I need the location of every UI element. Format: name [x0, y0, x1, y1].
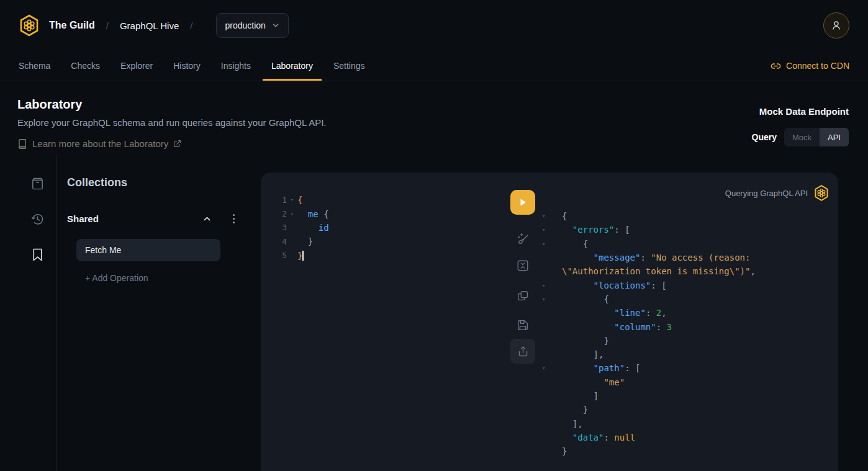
- chevron-up-icon[interactable]: [202, 214, 212, 223]
- history-rail-button[interactable]: [29, 211, 46, 227]
- fold-arrow-icon[interactable]: ▾: [541, 241, 562, 247]
- tab-explorer[interactable]: Explorer: [120, 51, 153, 81]
- code-line-text: "data": null: [562, 433, 635, 442]
- user-avatar[interactable]: [823, 12, 849, 38]
- collection-group-name: Shared: [67, 213, 99, 224]
- merge-fragments-button[interactable]: [510, 253, 535, 278]
- mock-endpoint-heading: Mock Data Endpoint: [752, 106, 849, 117]
- fold-arrow-icon[interactable]: ▾: [541, 296, 562, 302]
- line-number: 5: [261, 251, 287, 260]
- tab-checks[interactable]: Checks: [71, 51, 100, 81]
- collection-group-row[interactable]: Shared: [67, 212, 235, 226]
- code-line-text: "column": 3: [562, 322, 672, 332]
- link-icon: [771, 61, 781, 71]
- tool-rail: [29, 176, 46, 262]
- book-icon: [17, 138, 27, 149]
- operation-item[interactable]: Fetch Me: [76, 239, 220, 261]
- history-icon: [30, 212, 45, 227]
- add-operation-button[interactable]: + Add Operation: [67, 273, 235, 283]
- editor-line[interactable]: 5}: [261, 249, 503, 262]
- result-line: "message": "No access (reason:: [541, 251, 832, 264]
- line-number: 3: [261, 223, 287, 232]
- code-line-text: {: [562, 211, 567, 221]
- merge-icon: [516, 259, 530, 272]
- code-line-text: }: [562, 446, 567, 456]
- query-editor[interactable]: 1▾{2▾ me {3 id4 }5}: [261, 193, 503, 262]
- learn-more-link[interactable]: Learn more about the Laboratory: [17, 138, 327, 149]
- toggle-option-api[interactable]: API: [820, 128, 849, 146]
- external-link-icon: [173, 140, 181, 148]
- header-nav-row: SchemaChecksExplorerHistoryInsightsLabor…: [0, 51, 868, 81]
- fold-arrow-icon[interactable]: ▾: [541, 227, 562, 233]
- tab-settings[interactable]: Settings: [333, 51, 365, 81]
- line-number: 4: [261, 237, 287, 246]
- target-selector-value: production: [225, 20, 265, 30]
- code-line-text: ],: [562, 349, 604, 359]
- prettify-button[interactable]: [510, 225, 535, 250]
- app-header: The Guild / GraphQL Hive / production Sc…: [0, 0, 868, 81]
- code-line-text: "line": 2,: [562, 308, 667, 318]
- result-line: ▾ "path": [: [541, 361, 832, 375]
- person-icon: [831, 20, 842, 31]
- connect-to-cdn-label: Connect to CDN: [786, 61, 849, 71]
- response-viewer[interactable]: ▾{▾ "errors": [▾ { "message": "No access…: [541, 209, 832, 458]
- fold-arrow-icon[interactable]: ▾: [541, 213, 562, 219]
- endpoint-toggle-row: Query MockAPI: [752, 128, 849, 146]
- toggle-option-mock[interactable]: Mock: [784, 128, 820, 146]
- code-line-text: "message": "No access (reason:: [562, 253, 750, 262]
- endpoint-controls: Mock Data Endpoint Query MockAPI: [752, 97, 849, 149]
- line-number: 1: [261, 195, 287, 205]
- code-line-text: ]: [562, 391, 599, 401]
- tab-laboratory[interactable]: Laboratory: [271, 51, 313, 81]
- code-line-text: "path": [: [562, 363, 640, 373]
- connect-to-cdn-button[interactable]: Connect to CDN: [771, 61, 849, 71]
- share-icon: [517, 345, 530, 358]
- code-line-text: {: [562, 239, 588, 249]
- editor-line[interactable]: 4 }: [261, 235, 503, 248]
- org-name[interactable]: The Guild: [49, 20, 95, 31]
- tab-schema[interactable]: Schema: [19, 51, 50, 81]
- line-number: 2: [261, 209, 287, 218]
- code-line-text: }: [562, 336, 609, 346]
- code-line-text: }: [297, 236, 313, 246]
- code-line-text: \"Authorization token is missing\")",: [562, 266, 756, 276]
- result-line: }: [541, 444, 832, 458]
- result-line: "me": [541, 375, 832, 389]
- learn-more-label: Learn more about the Laboratory: [32, 138, 168, 149]
- code-line-text: {: [297, 195, 302, 205]
- share-operation-button[interactable]: [510, 339, 535, 364]
- page-head: Laboratory Explore your GraphQL schema a…: [0, 81, 868, 149]
- chevron-down-icon: [271, 21, 280, 30]
- result-line: ],: [541, 416, 832, 430]
- fold-arrow-icon[interactable]: ▾: [287, 197, 297, 203]
- query-label: Query: [752, 132, 777, 142]
- tab-history[interactable]: History: [173, 51, 201, 81]
- result-line: ▾ {: [541, 292, 832, 306]
- rail-divider: [56, 155, 57, 471]
- bookmark-rail-button[interactable]: [29, 246, 46, 262]
- result-line: ],: [541, 348, 832, 361]
- collections-panel: Collections Shared Fetch Me + Add Operat…: [67, 176, 235, 283]
- fold-arrow-icon[interactable]: ▾: [541, 282, 562, 289]
- result-line: ]: [541, 389, 832, 403]
- editor-line[interactable]: 1▾{: [261, 193, 503, 207]
- collections-heading: Collections: [67, 176, 235, 189]
- save-operation-button[interactable]: [510, 313, 535, 338]
- editor-line[interactable]: 3 id: [261, 221, 503, 235]
- code-line-text: id: [297, 223, 329, 233]
- collections-rail-button[interactable]: [29, 176, 46, 192]
- page-title: Laboratory: [17, 97, 327, 112]
- target-selector[interactable]: production: [216, 13, 288, 38]
- breadcrumb-separator: /: [106, 20, 109, 31]
- project-name[interactable]: GraphQL Hive: [120, 20, 179, 31]
- copy-query-button[interactable]: [510, 283, 535, 308]
- execute-query-button[interactable]: [510, 190, 535, 215]
- editor-line[interactable]: 2▾ me {: [261, 207, 503, 220]
- result-line: }: [541, 403, 832, 416]
- kebab-menu-icon[interactable]: [230, 212, 237, 226]
- hive-logo-icon: [19, 14, 40, 37]
- result-line: ▾ "errors": [: [541, 223, 832, 236]
- fold-arrow-icon[interactable]: ▾: [541, 365, 562, 371]
- tab-insights[interactable]: Insights: [221, 51, 251, 81]
- fold-arrow-icon[interactable]: ▾: [287, 211, 297, 217]
